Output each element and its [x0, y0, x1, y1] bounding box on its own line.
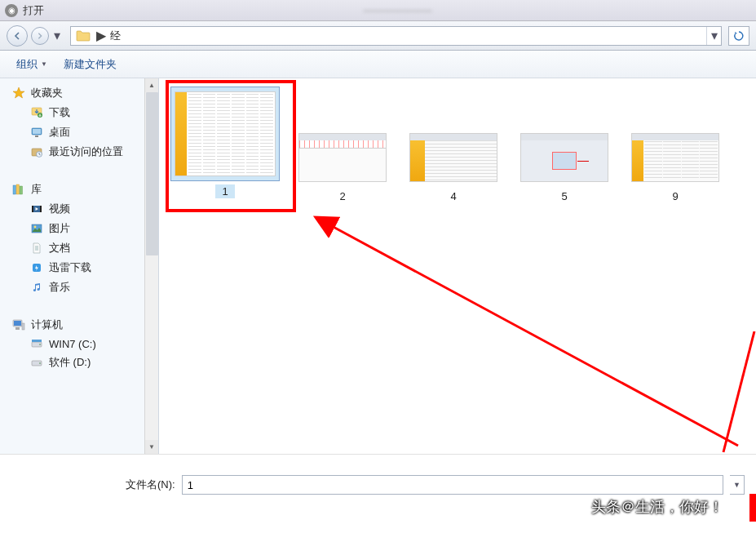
annotation-edge-marker	[749, 494, 756, 522]
file-thumbnail	[520, 133, 608, 182]
svg-line-26	[723, 331, 754, 452]
folder-icon	[76, 30, 91, 42]
scroll-up-button[interactable]: ▲	[145, 78, 158, 92]
filename-dropdown[interactable]: ▼	[730, 475, 745, 495]
file-item-2[interactable]: 2	[294, 129, 391, 203]
file-name: 9	[665, 189, 684, 203]
back-button[interactable]	[7, 25, 28, 47]
svg-rect-4	[35, 135, 38, 137]
download-icon	[29, 106, 44, 119]
computer-icon	[11, 318, 26, 331]
sidebar-item-label: 最近访问的位置	[49, 144, 123, 159]
sidebar-item-label: 图片	[49, 221, 70, 236]
filename-input[interactable]	[182, 475, 723, 495]
library-icon	[11, 183, 26, 196]
titlebar-blur-text: ———————	[44, 5, 751, 16]
scroll-down-button[interactable]: ▼	[145, 440, 158, 454]
svg-rect-7	[13, 185, 16, 194]
sidebar-item-label: 迅雷下载	[49, 260, 91, 275]
sidebar-libraries-header[interactable]: 库	[8, 180, 158, 199]
sidebar-libraries-label: 库	[31, 182, 42, 197]
sidebar-item-label: 视频	[49, 202, 70, 216]
window-title: 打开	[23, 3, 44, 18]
forward-button[interactable]	[31, 27, 49, 45]
filename-row: 文件名(N): ▼	[0, 463, 756, 507]
sidebar-item-downloads[interactable]: 下载	[8, 103, 158, 122]
svg-rect-3	[33, 129, 41, 134]
svg-rect-9	[20, 186, 23, 194]
sidebar-item-label: 软件 (D:)	[49, 355, 91, 370]
file-item-9[interactable]: 9	[627, 129, 723, 203]
video-icon	[29, 202, 44, 215]
address-dropdown[interactable]: ▾	[706, 27, 721, 45]
music-icon	[29, 281, 44, 294]
filename-label: 文件名(N):	[126, 477, 175, 492]
svg-point-24	[39, 362, 41, 364]
file-thumbnail	[298, 133, 387, 182]
svg-rect-12	[40, 206, 42, 212]
file-item-5[interactable]: 5	[516, 129, 612, 203]
main-area: 收藏夹 下载 桌面 最近访问的位置 库 视频	[0, 78, 756, 454]
sidebar-item-label: 音乐	[49, 280, 70, 295]
sidebar-item-desktop[interactable]: 桌面	[8, 122, 158, 142]
refresh-button[interactable]	[728, 26, 749, 46]
file-thumbnail	[409, 133, 497, 182]
drive-icon	[29, 356, 44, 369]
breadcrumb-folder[interactable]: 经	[107, 29, 124, 43]
xunlei-icon	[29, 261, 44, 274]
footer-separator	[0, 454, 756, 455]
file-item-4[interactable]: 4	[405, 129, 502, 203]
new-folder-button[interactable]: 新建文件夹	[57, 54, 123, 75]
sidebar-item-pictures[interactable]: 图片	[8, 219, 158, 238]
sidebar-item-label: WIN7 (C:)	[49, 338, 96, 350]
sidebar-item-label: 文档	[49, 241, 70, 255]
nav-history-dropdown[interactable]: ▾	[52, 28, 62, 43]
sidebar-item-xunlei[interactable]: 迅雷下载	[8, 258, 158, 278]
sidebar-item-documents[interactable]: 文档	[8, 238, 158, 258]
svg-rect-19	[22, 323, 24, 330]
recent-icon	[29, 145, 44, 158]
file-name: 2	[333, 189, 351, 203]
sidebar-item-label: 桌面	[49, 125, 70, 140]
svg-point-22	[39, 344, 41, 345]
annotation-arrow-1	[306, 209, 746, 454]
sidebar-computer-label: 计算机	[31, 318, 63, 332]
breadcrumb-separator[interactable]: ▶	[95, 28, 107, 43]
sidebar-item-recent[interactable]: 最近访问的位置	[8, 142, 158, 162]
navbar: ▾ ▶ 经 ▾	[0, 21, 756, 51]
star-icon	[11, 87, 26, 100]
sidebar-item-drive-d[interactable]: 软件 (D:)	[8, 353, 158, 372]
svg-rect-11	[32, 206, 33, 212]
sidebar-scrollbar[interactable]: ▲ ▼	[144, 78, 158, 454]
address-bar[interactable]: ▶ 经 ▾	[70, 26, 722, 46]
sidebar-favorites-header[interactable]: 收藏夹	[8, 83, 158, 103]
app-icon: ◉	[5, 4, 18, 17]
new-folder-label: 新建文件夹	[64, 57, 117, 72]
file-name: 5	[555, 189, 573, 203]
svg-line-25	[330, 225, 738, 446]
chevron-down-icon: ▼	[41, 60, 47, 68]
pictures-icon	[29, 222, 44, 235]
file-list[interactable]: 1 2 4 5	[159, 78, 756, 454]
annotation-arrow-2	[707, 331, 756, 454]
file-name: 4	[444, 189, 462, 203]
sidebar-item-videos[interactable]: 视频	[8, 199, 158, 219]
sidebar-favorites-label: 收藏夹	[31, 86, 63, 100]
desktop-icon	[29, 126, 44, 139]
organize-label: 组织	[16, 57, 38, 72]
scrollbar-thumb[interactable]	[146, 92, 158, 255]
sidebar: 收藏夹 下载 桌面 最近访问的位置 库 视频	[0, 78, 159, 454]
drive-icon	[29, 337, 44, 350]
sidebar-computer-header[interactable]: 计算机	[8, 315, 158, 335]
titlebar: ◉ 打开 ———————	[0, 0, 756, 21]
organize-menu[interactable]: 组织 ▼	[10, 54, 54, 75]
documents-icon	[29, 242, 44, 255]
file-name: 1	[215, 184, 234, 198]
file-item-1[interactable]: 1	[170, 87, 280, 198]
sidebar-item-drive-c[interactable]: WIN7 (C:)	[8, 335, 158, 353]
svg-rect-18	[15, 327, 20, 330]
svg-rect-21	[32, 340, 42, 342]
file-thumbnail	[631, 133, 719, 182]
sidebar-item-music[interactable]: 音乐	[8, 278, 158, 297]
svg-rect-8	[16, 184, 20, 194]
